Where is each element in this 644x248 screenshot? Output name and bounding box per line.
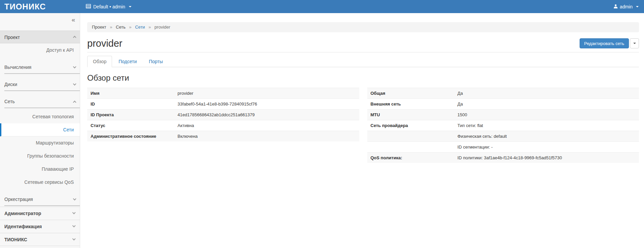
context-switcher-label: Default • admin [93, 4, 125, 9]
sidebar-section-project-label: Проект [4, 35, 20, 40]
table-row: Статус Активна [87, 120, 359, 131]
breadcrumb-separator: » [129, 25, 131, 30]
row-label: Статус [87, 120, 174, 131]
sidebar-group-orchestration[interactable]: Оркестрация [4, 194, 80, 206]
sidebar-group-compute-label: Вычисления [4, 65, 32, 70]
breadcrumb-separator: » [110, 25, 112, 30]
context-switcher[interactable]: Default • admin [80, 4, 131, 9]
sidebar-item-routers[interactable]: Маршрутизаторы [0, 136, 80, 150]
chevron-up-icon [73, 36, 76, 39]
breadcrumb-link-networks[interactable]: Сети [135, 25, 145, 30]
user-menu-label: admin [620, 4, 633, 9]
row-label: ID [87, 99, 174, 110]
sidebar-group-network[interactable]: Сеть [4, 96, 80, 108]
network-detail-table-left: Имя provider ID 33fabef0-54a1-41e8-b398-… [87, 88, 359, 141]
chevron-down-icon [73, 82, 76, 85]
caret-down-icon [129, 6, 131, 7]
breadcrumb: Проект » Сеть » Сети » provider [87, 22, 639, 32]
row-value: ID политики: 3af1ae4b-f124-4c18-9969-fc5… [454, 153, 639, 163]
sidebar-collapse-button[interactable]: « [71, 16, 75, 23]
sidebar-item-security-groups[interactable]: Группы безопасности [0, 150, 80, 163]
row-label [367, 142, 454, 153]
row-label [367, 131, 454, 142]
sidebar-bottom-sections: Администратор Идентификация ТИОНИКС [0, 207, 80, 246]
sidebar-group-volumes[interactable]: Диски [4, 79, 80, 91]
row-value: Да [454, 99, 639, 110]
sidebar-network-subnav: Сетевая топология Сети Маршрутизаторы Гр… [0, 110, 80, 189]
table-row: MTU 1500 [367, 110, 639, 120]
row-label: Сеть провайдера [367, 120, 454, 131]
sidebar-section-identity-label: Идентификация [4, 224, 42, 229]
row-value: provider [174, 88, 359, 99]
network-detail-tables: Имя provider ID 33fabef0-54a1-41e8-b398-… [87, 88, 639, 163]
sidebar-section-admin[interactable]: Администратор [0, 207, 80, 220]
table-row: QoS политика: ID политики: 3af1ae4b-f124… [367, 153, 639, 163]
sidebar: « Проект Доступ к API Вычисления Диски С… [0, 13, 80, 248]
user-icon [613, 4, 618, 9]
chevron-up-icon [73, 100, 76, 104]
breadcrumb-item-project: Проект [92, 25, 106, 30]
sidebar-item-qos-services[interactable]: Сетевые сервисы QoS [0, 176, 80, 189]
row-value: 1500 [454, 110, 639, 120]
tab-ports[interactable]: Порты [143, 56, 169, 67]
table-row: Внешняя сеть Да [367, 99, 639, 110]
row-value: 41ed17856686432ab1ddcc251a661379 [174, 110, 359, 120]
edit-network-button-group: Редактировать сеть [580, 38, 639, 48]
row-label: MTU [367, 110, 454, 120]
sidebar-group-network-label: Сеть [4, 99, 15, 104]
row-value: Активна [174, 120, 359, 131]
sidebar-item-floating-ip[interactable]: Плавающие IP [0, 163, 80, 176]
row-label: QoS политика: [367, 153, 454, 163]
sidebar-collapse-row: « [0, 13, 80, 28]
edit-network-button[interactable]: Редактировать сеть [580, 38, 629, 48]
chevron-down-icon [72, 211, 76, 214]
row-label: ID Проекта [87, 110, 174, 120]
sidebar-group-compute[interactable]: Вычисления [4, 61, 80, 74]
edit-network-dropdown-toggle[interactable] [630, 38, 639, 48]
row-label: Имя [87, 88, 174, 99]
sidebar-section-admin-label: Администратор [4, 211, 41, 216]
sidebar-item-network-topology[interactable]: Сетевая топология [0, 110, 80, 123]
page-header-row: provider Редактировать сеть [87, 38, 639, 49]
caret-down-icon [636, 6, 639, 7]
sidebar-section-identity[interactable]: Идентификация [0, 220, 80, 233]
table-row: Общая Да [367, 88, 639, 99]
caret-down-icon [633, 43, 636, 44]
sidebar-item-api-access[interactable]: Доступ к API [0, 43, 80, 57]
table-row: Физическая сеть: default [367, 131, 639, 142]
breadcrumb-item-network: Сеть [116, 25, 125, 30]
sidebar-group-volumes-label: Диски [4, 82, 17, 87]
sidebar-section-tionix-label: ТИОНИКС [4, 237, 27, 242]
row-label: Общая [367, 88, 454, 99]
sidebar-item-networks[interactable]: Сети [0, 123, 80, 136]
chevron-down-icon [72, 237, 76, 240]
row-value: Включена [174, 131, 359, 142]
main-content: Проект » Сеть » Сети » provider provider… [80, 13, 644, 163]
tab-overview[interactable]: Обзор [87, 56, 112, 67]
sidebar-section-project[interactable]: Проект [0, 31, 80, 43]
row-label: Административное состояние [87, 131, 174, 142]
brand-logo[interactable]: ТИОНИКС [0, 2, 80, 11]
top-header: ТИОНИКС Default • admin admin [0, 0, 644, 13]
table-row: ID сегментации: - [367, 142, 639, 153]
network-detail-table-right: Общая Да Внешняя сеть Да MTU 1500 Сеть п… [367, 88, 639, 163]
chevron-down-icon [72, 224, 76, 228]
table-row: Административное состояние Включена [87, 131, 359, 142]
chevron-down-icon [73, 197, 76, 200]
tab-bar: Обзор Подсети Порты [87, 56, 639, 67]
table-icon [86, 4, 91, 9]
table-row: Сеть провайдера Тип сети: flat [367, 120, 639, 131]
breadcrumb-separator: » [149, 25, 151, 30]
page-title: provider [87, 38, 580, 49]
row-label: Внешняя сеть [367, 99, 454, 110]
section-heading: Обзор сети [87, 73, 639, 83]
row-value: Да [454, 88, 639, 99]
user-menu[interactable]: admin [613, 4, 644, 9]
table-row: ID 33fabef0-54a1-41e8-b398-72840915cf76 [87, 99, 359, 110]
chevron-down-icon [73, 65, 76, 68]
title-divider [87, 52, 639, 52]
row-value: 33fabef0-54a1-41e8-b398-72840915cf76 [174, 99, 359, 110]
row-value: Тип сети: flat [454, 120, 639, 131]
tab-subnets[interactable]: Подсети [113, 56, 142, 67]
sidebar-section-tionix[interactable]: ТИОНИКС [0, 233, 80, 246]
